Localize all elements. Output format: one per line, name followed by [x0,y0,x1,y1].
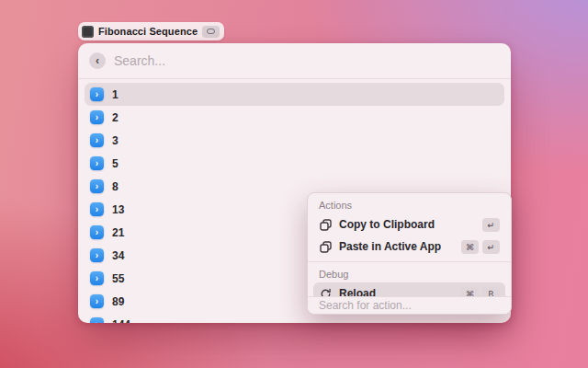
list-item-label: 1 [112,88,119,101]
key-cmd: ⌘ [461,287,479,297]
back-button[interactable]: ‹ [89,52,106,69]
list-item-label: 3 [112,134,119,147]
shortcut-keys: ⌘ R [461,287,500,297]
list-item-label: 21 [112,226,124,239]
section-divider [308,261,511,262]
list-item-label: 144 [112,318,130,324]
chevron-right-icon: › [90,317,104,323]
action-search-bar [308,296,511,314]
back-chevron-icon: ‹ [96,55,99,66]
chevron-right-icon: › [90,156,104,170]
chevron-right-icon: › [90,271,104,285]
list-item-label: 55 [112,272,124,285]
list-item[interactable]: › 2 [85,106,504,129]
list-item-label: 13 [112,203,124,216]
actions-panel-content: Actions Copy to Clipboard ↵ Paste in Act… [308,193,511,296]
key-return: ↵ [482,218,500,232]
list-item-label: 89 [112,295,124,308]
command-title: Fibonacci Sequence [98,26,198,37]
detach-icon [207,29,215,34]
reload-icon [319,287,332,296]
clipboard-icon [319,218,332,231]
action-paste-in-active-app[interactable]: Paste in Active App ⌘ ↵ [313,236,505,258]
chevron-right-icon: › [90,294,104,308]
actions-panel: Actions Copy to Clipboard ↵ Paste in Act… [307,192,512,315]
section-header-actions: Actions [308,197,511,213]
shortcut-keys: ↵ [482,218,500,232]
search-bar: ‹ [78,43,511,79]
action-label: Paste in Active App [339,240,454,253]
list-item-label: 8 [112,180,119,193]
chevron-right-icon: › [90,202,104,216]
chevron-right-icon: › [90,225,104,239]
section-header-debug: Debug [308,266,511,282]
key-return: ↵ [482,240,500,254]
chevron-right-icon: › [90,133,104,147]
action-reload[interactable]: Reload ⌘ R [313,282,505,296]
command-title-pill: Fibonacci Sequence [78,22,224,40]
list-item[interactable]: › 3 [85,129,504,152]
search-input[interactable] [114,53,500,68]
shortcut-keys: ⌘ ↵ [461,240,500,254]
list-item[interactable]: › 5 [85,152,504,175]
app-icon [82,26,94,38]
clipboard-icon [319,240,332,253]
chevron-right-icon: › [90,110,104,124]
action-search-input[interactable] [319,299,500,312]
action-label: Reload [339,287,454,296]
action-copy-to-clipboard[interactable]: Copy to Clipboard ↵ [313,213,505,236]
list-item[interactable]: › 1 [85,83,504,106]
detach-window-button[interactable] [202,26,220,38]
list-item-label: 34 [112,249,124,262]
chevron-right-icon: › [90,179,104,193]
list-item-label: 5 [112,157,119,170]
chevron-right-icon: › [90,87,104,101]
chevron-right-icon: › [90,248,104,262]
key-r: R [482,287,500,297]
action-label: Copy to Clipboard [339,218,475,231]
key-cmd: ⌘ [461,240,479,254]
list-item-label: 2 [112,111,119,124]
